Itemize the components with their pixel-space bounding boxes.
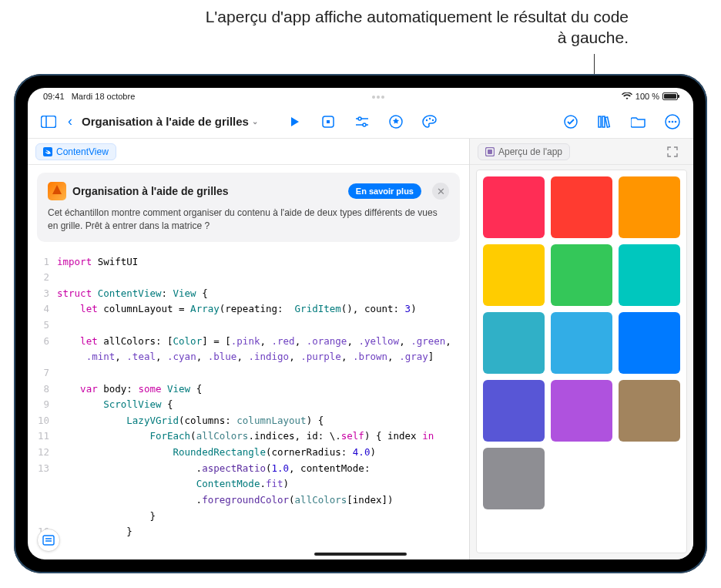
code-line[interactable]: 7: [28, 365, 469, 381]
home-indicator[interactable]: [314, 553, 407, 556]
learn-more-button[interactable]: En savoir plus: [348, 183, 421, 199]
code-text[interactable]: .foregroundColor(allColors[index]): [57, 492, 460, 509]
color-swatch[interactable]: [483, 312, 545, 374]
color-swatch[interactable]: [483, 380, 545, 442]
check-icon[interactable]: [561, 112, 581, 132]
line-number: 6: [37, 334, 57, 350]
color-swatch[interactable]: [551, 176, 612, 238]
svg-rect-20: [43, 147, 52, 156]
code-line[interactable]: 16 }: [28, 524, 469, 540]
sidebar-toggle-icon[interactable]: [39, 112, 59, 132]
code-text[interactable]: let columnLayout = Array(repeating: Grid…: [57, 301, 460, 318]
code-line[interactable]: 2: [28, 270, 469, 286]
line-number: 11: [37, 428, 57, 445]
info-title: Organisation à l'aide de grilles: [72, 185, 342, 197]
status-bar: 09:41 Mardi 18 octobre 100 %: [28, 88, 693, 105]
star-icon[interactable]: [386, 112, 406, 132]
color-swatch[interactable]: [483, 448, 545, 509]
color-swatch[interactable]: [551, 312, 612, 374]
svg-point-19: [675, 120, 677, 123]
sample-thumbnail: [48, 182, 66, 200]
color-swatch[interactable]: [551, 244, 612, 306]
code-text[interactable]: ForEach(allColors.indices, id: \.self) {…: [57, 428, 460, 445]
battery-percent: 100 %: [635, 92, 659, 101]
code-line[interactable]: 5: [28, 318, 469, 334]
svg-rect-25: [488, 150, 492, 154]
code-text[interactable]: ContentMode.fit): [57, 476, 460, 492]
info-description: Cet échantillon montre comment organiser…: [48, 207, 449, 233]
run-button[interactable]: [284, 112, 304, 132]
code-text[interactable]: }: [57, 524, 460, 540]
color-swatch[interactable]: [483, 244, 545, 306]
code-line[interactable]: }: [28, 509, 469, 525]
code-text[interactable]: struct ContentView: View {: [57, 286, 460, 302]
status-right: 100 %: [622, 92, 678, 101]
svg-point-7: [363, 123, 366, 126]
code-line[interactable]: 8 var body: some View {: [28, 381, 469, 398]
color-swatch[interactable]: [619, 312, 680, 374]
document-title[interactable]: Organisation à l'aide de grilles ⌄: [82, 115, 258, 128]
screen: 09:41 Mardi 18 octobre 100 % ‹ Organisat…: [28, 88, 693, 559]
code-text[interactable]: let allColors: [Color] = [.pink, .red, .…: [57, 334, 460, 350]
line-number: 2: [37, 270, 57, 286]
code-line[interactable]: 6 let allColors: [Color] = [.pink, .red,…: [28, 334, 469, 350]
settings-sliders-icon[interactable]: [352, 112, 372, 132]
battery-icon: [662, 92, 678, 100]
code-text[interactable]: LazyVGrid(columns: columnLayout) {: [57, 413, 460, 429]
app-preview-icon: [485, 147, 495, 156]
more-icon[interactable]: [662, 112, 682, 132]
code-line[interactable]: 1import SwiftUI: [28, 254, 469, 270]
doc-float-button[interactable]: [37, 529, 60, 552]
code-text[interactable]: import SwiftUI: [57, 254, 460, 270]
line-number: 8: [37, 381, 57, 398]
code-text[interactable]: .aspectRatio(1.0, contentMode:: [57, 461, 460, 477]
line-number: [37, 476, 57, 492]
folder-icon[interactable]: [629, 112, 649, 132]
code-line[interactable]: 4 let columnLayout = Array(repeating: Gr…: [28, 301, 469, 318]
code-text[interactable]: RoundedRectangle(cornerRadius: 4.0): [57, 445, 460, 461]
library-icon[interactable]: [595, 112, 615, 132]
line-number: [37, 492, 57, 509]
expand-preview-button[interactable]: [667, 146, 686, 157]
document-title-text: Organisation à l'aide de grilles: [82, 115, 249, 128]
code-line[interactable]: .mint, .teal, .cyan, .blue, .indigo, .pu…: [28, 349, 469, 365]
code-text[interactable]: var body: some View {: [57, 381, 460, 398]
code-text[interactable]: [57, 365, 460, 381]
status-time: 09:41: [43, 92, 65, 101]
color-swatch[interactable]: [619, 244, 680, 306]
color-swatch[interactable]: [619, 380, 680, 442]
color-swatch[interactable]: [483, 176, 545, 238]
tab-app-preview[interactable]: Aperçu de l'app: [478, 143, 570, 160]
line-number: 10: [37, 413, 57, 429]
editor-pane: ContentView Organisation à l'aide de gri…: [28, 139, 470, 559]
color-swatch[interactable]: [551, 380, 612, 442]
multitask-dots[interactable]: [372, 96, 384, 99]
code-editor[interactable]: 1import SwiftUI23struct ContentView: Vie…: [28, 250, 469, 559]
back-button[interactable]: ‹: [68, 113, 72, 129]
color-swatch[interactable]: [619, 176, 680, 238]
svg-rect-0: [42, 116, 56, 127]
line-number: [37, 349, 57, 365]
color-grid: [483, 176, 680, 509]
code-line[interactable]: 10 LazyVGrid(columns: columnLayout) {: [28, 413, 469, 429]
palette-icon[interactable]: [420, 112, 440, 132]
code-line[interactable]: 3struct ContentView: View {: [28, 286, 469, 302]
close-info-button[interactable]: ✕: [432, 183, 449, 200]
code-text[interactable]: ScrollView {: [57, 397, 460, 413]
code-text[interactable]: [57, 318, 460, 334]
tab-contentview[interactable]: ContentView: [35, 143, 116, 160]
status-left: 09:41 Mardi 18 octobre: [43, 92, 135, 101]
code-line[interactable]: 13 .aspectRatio(1.0, contentMode:: [28, 461, 469, 477]
code-line[interactable]: ContentMode.fit): [28, 476, 469, 492]
code-text[interactable]: }: [57, 509, 460, 525]
code-line[interactable]: .foregroundColor(allColors[index]): [28, 492, 469, 509]
code-line[interactable]: 11 ForEach(allColors.indices, id: \.self…: [28, 428, 469, 445]
code-text[interactable]: [57, 270, 460, 286]
code-text[interactable]: .mint, .teal, .cyan, .blue, .indigo, .pu…: [57, 349, 460, 365]
svg-rect-14: [602, 116, 605, 127]
app-preview-canvas[interactable]: [476, 170, 687, 553]
code-line[interactable]: 12 RoundedRectangle(cornerRadius: 4.0): [28, 445, 469, 461]
stop-button[interactable]: [318, 112, 338, 132]
editor-tab-row: ContentView: [28, 139, 469, 165]
code-line[interactable]: 9 ScrollView {: [28, 397, 469, 413]
